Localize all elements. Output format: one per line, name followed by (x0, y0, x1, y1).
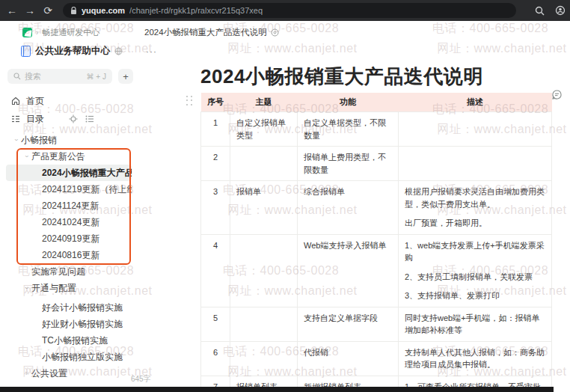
table-header-row: 序号主题功能描述 (201, 93, 552, 112)
url-path: /chanjet-rd/rgkk1p/ralxcvr215q37xeq (129, 6, 263, 15)
table-row[interactable]: 2报销单上费用类型，不限数量 (201, 147, 552, 181)
app-top-bar: › 畅捷通研发中心 2024小畅报销重大产品迭代说明 (0, 21, 570, 42)
doc-title-bar: 2024小畅报销重大产品迭代说明 (144, 27, 279, 38)
sidebar-tree-item[interactable]: ›开通与配置 (6, 280, 132, 296)
sidebar-tree-item[interactable]: 2024小畅报销重大产品迭... (6, 165, 132, 181)
cell-num: 3 (201, 181, 230, 235)
tree-item-label: 小畅报销 (21, 134, 57, 147)
bottom-dock-bar (0, 387, 554, 392)
cell-desc (399, 147, 552, 181)
tree-item-label: 20241124更新 (42, 200, 99, 212)
doc-title-text: 2024小畅报销重大产品迭代说明 (144, 27, 267, 38)
sidebar-item-toc[interactable]: 目录 (6, 111, 133, 127)
browser-chrome: ← → ⟳ yuque.com/chanjet-rd/rgkk1p/ralxcv… (0, 0, 570, 21)
sidebar-tree-item[interactable]: 20241024更新 (6, 214, 132, 230)
sidebar-tree-item[interactable]: 20241219更新（待上线） (6, 181, 132, 197)
cell-desc: 根据用户报销要求灵活自由增加费用类型，类似于费用支出单。出厂预置，开箱即用。 (399, 181, 552, 235)
lock-icon (70, 7, 77, 15)
chevron-right-icon[interactable]: › (22, 370, 31, 377)
table-row[interactable]: 3报销单综合报销单根据用户报销要求灵活自由增加费用类型，类似于费用支出单。出厂预… (201, 181, 552, 235)
tree-item-label: 开通与配置 (31, 282, 76, 295)
tree-item-label: 2024小畅报销重大产品迭... (42, 167, 132, 180)
url-domain: yuque.com (82, 6, 125, 15)
tree-item-label: 好业财小畅报销实施 (42, 318, 123, 331)
cell-func: 支持自定义单据字段 (298, 307, 399, 341)
iteration-table-wrap: 序号主题功能描述 1自定义报销单类型自定义单据类型，不限数量2报销单上费用类型，… (200, 93, 553, 392)
desc-paragraph: 3、支持报销单、发票打印 (405, 290, 545, 302)
sidebar-tree-item[interactable]: 实施常见问题 (6, 263, 132, 280)
cell-func: 综合报销单 (298, 181, 399, 235)
yuque-logo-icon (22, 28, 32, 37)
iteration-table: 序号主题功能描述 1自定义报销单类型自定义单据类型，不限数量2报销单上费用类型，… (200, 93, 552, 392)
doc-visibility-icon[interactable] (271, 28, 279, 37)
toc-icon (11, 114, 20, 123)
page-title: 2024小畅报销重大产品迭代说明 (200, 64, 483, 90)
tree-item-label: 小畅报销独立版实施 (42, 351, 123, 364)
cell-func: 代报销 (298, 341, 399, 376)
table-row[interactable]: 1自定义报销单类型自定义单据类型，不限数量 (201, 112, 552, 147)
cell-topic (230, 234, 298, 307)
desc-paragraph: 1、web端支持发票上传+手机端发票采购 (405, 239, 545, 264)
table-row[interactable]: 6代报销支持制单人代其他人报销，如：商务助理给项目成员集中报销。 (201, 341, 552, 376)
tree-item-label: 20240919更新 (42, 233, 99, 245)
table-row[interactable]: 4Web端支持录入报销单1、web端支持发票上传+手机端发票采购2、支持员工填制… (201, 234, 552, 307)
sidebar-item-label: 首页 (26, 95, 44, 108)
sidebar-tree: ›小畅报销›产品更新公告2024小畅报销重大产品迭...20241219更新（待… (6, 132, 132, 382)
chevron-right-icon: › (36, 28, 38, 37)
chevron-down-icon[interactable]: › (23, 152, 31, 162)
sidebar: 公共业务帮助中心 ··· 搜索 ⌘ + J + 首页 (0, 42, 172, 392)
sidebar-tree-item[interactable]: 好业财小畅报销实施 (6, 316, 132, 332)
cell-func: Web端支持录入报销单 (298, 234, 399, 307)
sidebar-tree-item[interactable]: TC小畅报销实施 (6, 332, 132, 349)
table-header-cell: 功能 (298, 93, 399, 112)
sidebar-tree-item[interactable]: ›公共设置 (6, 365, 132, 382)
tree-item-label: 公共设置 (31, 367, 67, 380)
workspace-more-button[interactable]: ··· (146, 46, 157, 57)
cell-topic: 报销单 (230, 181, 298, 235)
table-body: 1自定义报销单类型自定义单据类型，不限数量2报销单上费用类型，不限数量3报销单综… (201, 112, 552, 392)
sidebar-tree-item[interactable]: ›产品更新公告 (6, 148, 132, 165)
breadcrumb-label: 畅捷通研发中心 (42, 27, 99, 38)
sidebar-item-label: 目录 (26, 113, 44, 126)
table-row[interactable]: 5支持自定义单据字段同时支持web端+手机端，如：报销单增加邮补标准等 (201, 307, 552, 341)
desc-paragraph: 根据用户报销要求灵活自由增加费用类型，类似于费用支出单。 (405, 186, 545, 210)
sidebar-tree-item[interactable]: 20241124更新 (6, 197, 132, 214)
sidebar-tree-item[interactable]: ›小畅报销 (6, 132, 132, 148)
search-shortcut: ⌘ + J (87, 73, 106, 81)
forward-icon[interactable]: → (21, 0, 39, 21)
cell-num: 2 (201, 147, 230, 181)
comment-icon[interactable] (552, 90, 562, 99)
screen: ← → ⟳ yuque.com/chanjet-rd/rgkk1p/ralxcv… (0, 0, 570, 392)
table-header-cell: 序号 (201, 93, 230, 112)
locate-icon[interactable] (69, 114, 78, 123)
cell-topic (230, 341, 298, 376)
reload-icon[interactable]: ⟳ (39, 0, 57, 21)
sidebar-tree-item[interactable]: 好会计小畅报销实施 (6, 299, 132, 316)
cell-num: 5 (201, 307, 230, 341)
workspace-header[interactable]: 公共业务帮助中心 ··· (21, 45, 157, 58)
sidebar-item-home[interactable]: 首页 (6, 93, 133, 109)
chevron-down-icon[interactable]: › (23, 284, 31, 293)
cell-topic (230, 307, 298, 341)
home-icon (11, 97, 20, 105)
desc-paragraph: 2、支持员工填制报销单，关联发票 (405, 271, 545, 284)
cell-desc: 1、web端支持发票上传+手机端发票采购2、支持员工填制报销单，关联发票3、支持… (399, 234, 552, 307)
tree-item-label: 产品更新公告 (31, 150, 85, 163)
address-bar[interactable]: yuque.com/chanjet-rd/rgkk1p/ralxcvr215q3… (63, 3, 516, 18)
book-icon (21, 46, 31, 57)
search-icon[interactable] (535, 6, 545, 16)
sidebar-tree-item[interactable]: 小畅报销独立版实施 (6, 349, 132, 365)
sidebar-tree-item[interactable]: 20240919更新 (6, 230, 132, 247)
add-doc-button[interactable]: + (118, 69, 133, 84)
breadcrumb[interactable]: › 畅捷通研发中心 (22, 27, 99, 38)
chevron-down-icon[interactable]: › (13, 135, 20, 145)
cell-func: 自定义单据类型，不限数量 (298, 112, 399, 147)
cell-topic (230, 147, 298, 181)
cell-desc (399, 112, 552, 147)
browser-profile-icon[interactable] (555, 5, 566, 16)
back-icon[interactable]: ← (3, 0, 21, 21)
collapse-outline-icon[interactable] (85, 114, 94, 123)
block-drag-handle-icon[interactable] (186, 96, 194, 106)
sidebar-tree-item[interactable]: 20240816更新 (6, 247, 132, 263)
search-input[interactable]: 搜索 ⌘ + J (7, 69, 112, 84)
